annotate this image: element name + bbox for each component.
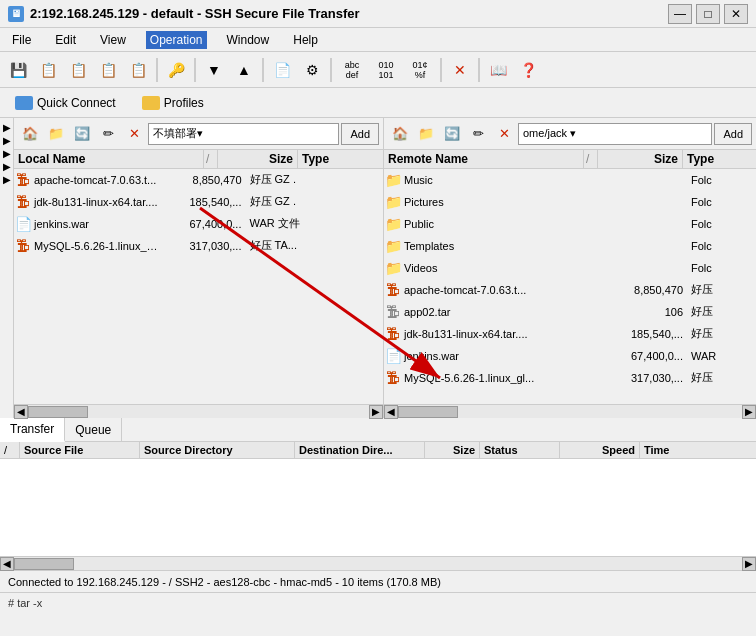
tb-copy4[interactable]: 📋 (124, 56, 152, 84)
left-col-type[interactable]: Type (298, 150, 383, 168)
transfer-tabs: Transfer Queue (0, 418, 756, 442)
right-folder-btn[interactable]: 📁 (414, 122, 438, 146)
tb-settings[interactable]: ⚙ (298, 56, 326, 84)
side-icon-1[interactable]: ▶ (3, 122, 11, 133)
tab-transfer[interactable]: Transfer (0, 418, 65, 442)
menu-file[interactable]: File (8, 31, 35, 49)
right-home-btn[interactable]: 🏠 (388, 122, 412, 146)
maximize-button[interactable]: □ (696, 4, 720, 24)
tb-key[interactable]: 🔑 (162, 56, 190, 84)
menu-operation[interactable]: Operation (146, 31, 207, 49)
tb-copy2[interactable]: 📋 (64, 56, 92, 84)
right-edit-btn[interactable]: ✏ (466, 122, 490, 146)
menu-view[interactable]: View (96, 31, 130, 49)
right-scroll-left[interactable]: ◀ (384, 405, 398, 419)
transfer-list[interactable]: / Source File Source Directory Destinati… (0, 442, 756, 556)
th-dest-dir[interactable]: Destination Dire... (295, 442, 425, 458)
left-file-row[interactable]: 🗜 apache-tomcat-7.0.63.t... 8,850,470 好压… (14, 169, 383, 191)
close-button[interactable]: ✕ (724, 4, 748, 24)
th-time[interactable]: Time (640, 442, 756, 458)
left-scroll-thumb[interactable] (28, 406, 88, 418)
left-scroll-right[interactable]: ▶ (369, 405, 383, 419)
right-file-row[interactable]: 📁 Public Folc (384, 213, 756, 235)
tb-down[interactable]: ▼ (200, 56, 228, 84)
menu-window[interactable]: Window (223, 31, 274, 49)
transfer-scroll-right[interactable]: ▶ (742, 557, 756, 571)
left-col-slash: / (204, 150, 218, 168)
side-icon-5[interactable]: ▶ (3, 174, 11, 185)
right-file-row[interactable]: 📁 Pictures Folc (384, 191, 756, 213)
right-col-type[interactable]: Type (683, 150, 756, 168)
left-refresh-btn[interactable]: 🔄 (70, 122, 94, 146)
th-size[interactable]: Size (425, 442, 480, 458)
tab-queue[interactable]: Queue (65, 418, 122, 441)
side-icon-2[interactable]: ▶ (3, 135, 11, 146)
left-add-button[interactable]: Add (341, 123, 379, 145)
tb-copy1[interactable]: 📋 (34, 56, 62, 84)
right-col-size[interactable]: Size (598, 150, 683, 168)
right-file-row[interactable]: 📄 jenkins.war 67,400,0... WAR (384, 345, 756, 367)
side-icon-3[interactable]: ▶ (3, 148, 11, 159)
profiles-button[interactable]: Profiles (135, 93, 211, 113)
left-col-name[interactable]: Local Name (14, 150, 204, 168)
left-path-dropdown[interactable]: 不填部署▾ (148, 123, 339, 145)
left-file-row[interactable]: 🗜 MySQL-5.6.26-1.linux_gl... 317,030,...… (14, 235, 383, 257)
right-file-list[interactable]: Remote Name / Size Type 📁 Music (384, 150, 756, 404)
right-scroll-track[interactable] (398, 406, 742, 418)
right-scroll-thumb[interactable] (398, 406, 458, 418)
transfer-scroll-thumb[interactable] (14, 558, 74, 570)
left-scroll-left[interactable]: ◀ (14, 405, 28, 419)
left-file-type-3: 好压 TA... (246, 237, 384, 254)
left-file-name-1: jdk-8u131-linux-x64.tar.... (32, 195, 166, 209)
right-path-dropdown[interactable]: ome/jack ▾ (518, 123, 712, 145)
side-icon-4[interactable]: ▶ (3, 161, 11, 172)
th-speed[interactable]: Speed (560, 442, 640, 458)
th-source-dir[interactable]: Source Directory (140, 442, 295, 458)
right-file-row[interactable]: 🗜 apache-tomcat-7.0.63.t... 8,850,470 好压 (384, 279, 756, 301)
left-delete-btn[interactable]: ✕ (122, 122, 146, 146)
left-home-btn[interactable]: 🏠 (18, 122, 42, 146)
left-edit-btn[interactable]: ✏ (96, 122, 120, 146)
right-delete-btn[interactable]: ✕ (492, 122, 516, 146)
left-col-size[interactable]: Size (218, 150, 298, 168)
left-folder-btn[interactable]: 📁 (44, 122, 68, 146)
right-add-button[interactable]: Add (714, 123, 752, 145)
left-file-row[interactable]: 📄 jenkins.war 67,400,0... WAR 文件 (14, 213, 383, 235)
tb-abc[interactable]: abcdef (336, 56, 368, 84)
tb-up[interactable]: ▲ (230, 56, 258, 84)
left-scrollbar[interactable]: ◀ ▶ (14, 404, 383, 418)
right-file-row[interactable]: 📁 Music Folc (384, 169, 756, 191)
tb-help[interactable]: 📖 (484, 56, 512, 84)
right-file-row[interactable]: 🗜 MySQL-5.6.26-1.linux_gl... 317,030,...… (384, 367, 756, 389)
left-file-list[interactable]: Local Name / Size Type 🗜 apache-tomcat (14, 150, 383, 404)
left-file-row[interactable]: 🗜 jdk-8u131-linux-x64.tar.... 185,540,..… (14, 191, 383, 213)
tb-doc[interactable]: 📄 (268, 56, 296, 84)
tb-copy3[interactable]: 📋 (94, 56, 122, 84)
left-scroll-track[interactable] (28, 406, 369, 418)
right-file-row[interactable]: 📁 Templates Folc (384, 235, 756, 257)
tb-save[interactable]: 💾 (4, 56, 32, 84)
th-source-file[interactable]: Source File (20, 442, 140, 458)
right-file-row[interactable]: 📁 Videos Folc (384, 257, 756, 279)
menu-help[interactable]: Help (289, 31, 322, 49)
tb-info[interactable]: ❓ (514, 56, 542, 84)
transfer-scrollbar[interactable]: ◀ ▶ (0, 556, 756, 570)
right-file-row[interactable]: 🗜 jdk-8u131-linux-x64.tar.... 185,540,..… (384, 323, 756, 345)
minimize-button[interactable]: — (668, 4, 692, 24)
right-refresh-btn[interactable]: 🔄 (440, 122, 464, 146)
right-scroll-right[interactable]: ▶ (742, 405, 756, 419)
tb-010[interactable]: 010101 (370, 56, 402, 84)
terminal-text: # tar -x (8, 597, 42, 609)
transfer-scroll-track[interactable] (14, 558, 742, 570)
right-col-name[interactable]: Remote Name (384, 150, 584, 168)
right-scrollbar[interactable]: ◀ ▶ (384, 404, 756, 418)
tb-hex[interactable]: 01¢%f (404, 56, 436, 84)
menu-edit[interactable]: Edit (51, 31, 80, 49)
th-status[interactable]: Status (480, 442, 560, 458)
tb-cancel[interactable]: ✕ (446, 56, 474, 84)
transfer-scroll-left[interactable]: ◀ (0, 557, 14, 571)
right-file-row[interactable]: 🗜 app02.tar 106 好压 (384, 301, 756, 323)
right-file-size-4 (602, 267, 687, 269)
quick-connect-button[interactable]: Quick Connect (8, 93, 123, 113)
th-sort[interactable]: / (0, 442, 20, 458)
